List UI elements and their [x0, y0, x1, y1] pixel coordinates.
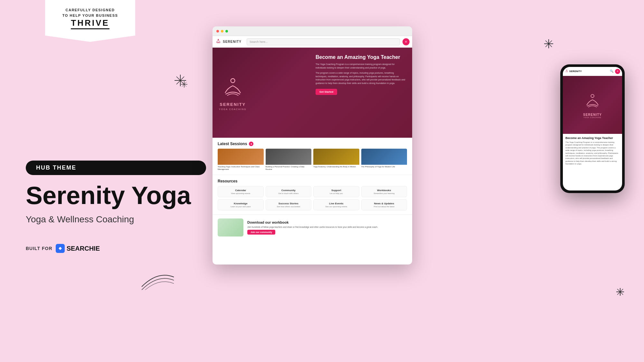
sessions-grid: Teaching Yoga: Instruction Techniques an…: [218, 149, 407, 171]
hero-section: SERENITY YOGA COACHING Become an Amazing…: [213, 48, 412, 138]
searchie-brand-text: SEARCHIE: [67, 245, 100, 252]
svg-point-16: [218, 39, 219, 40]
serenity-logo-icon: [215, 38, 222, 46]
workbook-heading: Download our workbook: [247, 220, 378, 224]
resource-name: Workbooks: [364, 189, 404, 192]
browser-bar: [213, 26, 412, 36]
mobile-body: The Yoga Coaching Program is a comprehen…: [565, 141, 620, 165]
resource-news[interactable]: News & Updates Find out about the latest: [361, 199, 407, 210]
website-content: SERENITY YOGA COACHING Become an Amazing…: [213, 48, 412, 265]
mobile-mockup: SERENITY 🔍 ≡ SERENITY YOGA COACHING Beco…: [560, 64, 625, 193]
resource-live-events[interactable]: Live Events See our upcoming events: [313, 199, 359, 210]
searchie-icon: [56, 244, 65, 253]
hero-body1: The Yoga Coaching Program is a comprehen…: [316, 63, 406, 70]
session-card[interactable]: The Philosophy of Yoga for Modern Life: [361, 149, 407, 171]
hero-brand: SERENITY: [220, 102, 246, 107]
resource-community[interactable]: Community Get in touch with others: [266, 186, 312, 197]
left-panel: HUB THEME Serenity Yoga Yoga & Wellness …: [0, 0, 206, 362]
mobile-brand-name: SERENITY: [583, 113, 602, 116]
resource-knowledge[interactable]: Knowledge Learn at your own pace: [218, 199, 264, 210]
mobile-content: Become an Amazing Yoga Teacher The Yoga …: [563, 134, 622, 168]
session-label-3: Yoga Anatomy: Understanding the Body in …: [313, 166, 359, 168]
resource-calendar[interactable]: Calendar View upcoming events: [218, 186, 264, 197]
mobile-nav: SERENITY 🔍 ≡: [563, 67, 622, 76]
mobile-heading: Become an Amazing Yoga Teacher: [565, 136, 620, 140]
session-card[interactable]: Yoga Anatomy: Understanding the Body in …: [313, 149, 359, 171]
hero-body2: The program covers a wide range of topic…: [316, 71, 406, 85]
nav-search[interactable]: Search here...: [247, 38, 400, 45]
deco-curve-bottom: [138, 264, 177, 291]
sessions-count: 8: [249, 142, 253, 146]
hub-theme-badge: HUB THEME: [26, 161, 206, 175]
join-community-button[interactable]: Join our community: [247, 230, 275, 235]
resource-name: News & Updates: [364, 202, 404, 205]
resource-desc: Let us help you: [316, 192, 356, 194]
hero-text-area: Become an Amazing Yoga Teacher The Yoga …: [316, 54, 406, 95]
session-thumb-3: [313, 149, 359, 165]
mobile-logo: SERENITY: [565, 69, 608, 74]
resource-desc: Learn at your own pace: [221, 206, 261, 208]
resource-name: Knowledge: [221, 202, 261, 205]
main-title: Serenity Yoga: [26, 183, 206, 208]
resource-desc: Find out about the latest: [364, 206, 404, 208]
mobile-brand-nav: SERENITY: [569, 70, 582, 72]
session-thumb-1: [218, 149, 264, 165]
browser-dot-red: [216, 30, 219, 32]
resource-name: Success Stories: [269, 202, 309, 205]
nav-brand-text: SERENITY: [223, 40, 242, 43]
nav-menu-btn[interactable]: ≡: [402, 38, 410, 45]
sessions-section: Latest Sessions 8 Teaching Yoga: Instruc…: [213, 138, 412, 175]
browser-dot-yellow: [221, 30, 223, 32]
resources-grid: Calendar View upcoming events Community …: [218, 186, 407, 210]
hero-logo: SERENITY YOGA COACHING: [219, 75, 247, 110]
session-card[interactable]: Building a Personal Practice: Creating a…: [266, 149, 312, 171]
resource-name: Live Events: [316, 202, 356, 205]
session-label-4: The Philosophy of Yoga for Modern Life: [361, 166, 407, 168]
browser-nav: SERENITY Search here... ≡: [213, 36, 412, 48]
resource-desc: See how others succeeded: [269, 206, 309, 208]
resource-workbooks[interactable]: Workbooks Streamline your learning: [361, 186, 407, 197]
session-label-1: Teaching Yoga: Instruction Techniques an…: [218, 166, 264, 171]
resource-name: Support: [316, 189, 356, 192]
hero-heading: Become an Amazing Yoga Teacher: [316, 54, 406, 60]
resource-name: Community: [269, 189, 309, 192]
workbook-body: Join hundreds of fellow yoga teachers an…: [247, 226, 378, 228]
mobile-nav-icons: 🔍 ≡: [609, 69, 620, 74]
resource-desc: Get in touch with others: [269, 192, 309, 194]
built-for-label: BUILT FOR: [26, 246, 52, 251]
resource-success[interactable]: Success Stories See how others succeeded: [266, 199, 312, 210]
session-card[interactable]: Teaching Yoga: Instruction Techniques an…: [218, 149, 264, 171]
workbook-text: Download our workbook Join hundreds of f…: [247, 220, 378, 235]
svg-point-17: [231, 79, 235, 83]
mobile-screen: SERENITY 🔍 ≡ SERENITY YOGA COACHING Beco…: [563, 67, 622, 190]
session-label-2: Building a Personal Practice: Creating a…: [266, 166, 312, 171]
subtitle: Yoga & Wellness Coaching: [26, 214, 206, 225]
mobile-search-icon[interactable]: 🔍: [609, 69, 614, 73]
desktop-mockup: SERENITY Search here... ≡ SERENITY YOGA …: [213, 26, 412, 265]
session-thumb-4: [361, 149, 407, 165]
browser-dot-green: [225, 30, 228, 32]
workbook-section: Download our workbook Join hundreds of f…: [213, 214, 412, 240]
resource-desc: View upcoming events: [221, 192, 261, 194]
resource-desc: Streamline your learning: [364, 192, 404, 194]
mobile-hero: SERENITY YOGA COACHING: [563, 76, 622, 134]
mobile-logo-icon: [565, 69, 569, 74]
sessions-title: Latest Sessions 8: [218, 142, 407, 146]
session-thumb-2: [266, 149, 312, 165]
resource-desc: See our upcoming events: [316, 206, 356, 208]
resource-support[interactable]: Support Let us help you: [313, 186, 359, 197]
deco-star-right-top: [544, 39, 554, 50]
mobile-menu-btn[interactable]: ≡: [615, 69, 620, 74]
mobile-brand-sub: YOGA COACHING: [583, 116, 601, 118]
hero-brand-sub: YOGA COACHING: [219, 108, 247, 110]
resources-section: Resources Calendar View upcoming events …: [213, 175, 412, 214]
get-started-button[interactable]: Get Started: [316, 89, 337, 95]
searchie-logo: SEARCHIE: [56, 244, 100, 253]
deco-star-small-left: [180, 80, 188, 89]
resources-title: Resources: [218, 179, 407, 183]
built-for: BUILT FOR SEARCHIE: [26, 244, 206, 253]
resource-name: Calendar: [221, 189, 261, 192]
workbook-image: [218, 218, 243, 237]
svg-point-18: [566, 70, 567, 70]
deco-star-bottom-right: [616, 287, 625, 298]
